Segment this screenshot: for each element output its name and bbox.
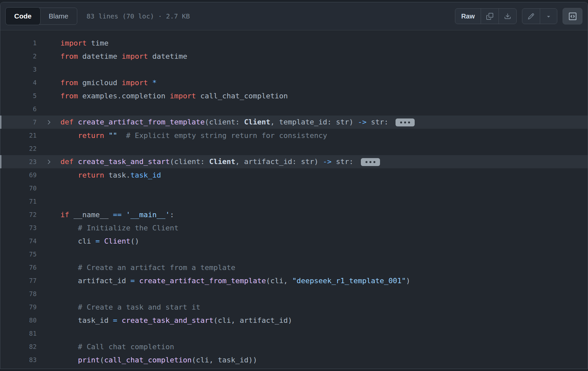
code-text: return task.task_id [60, 171, 161, 179]
code-lines: 1import time2from datetime import dateti… [0, 36, 588, 366]
line-number[interactable]: 72 [0, 211, 37, 218]
file-meta-info: 83 lines (70 loc) · 2.7 KB [86, 12, 190, 20]
code-line: 3 [0, 63, 588, 76]
line-number[interactable]: 78 [0, 290, 37, 297]
code-text: from examples.completion import call_cha… [60, 92, 288, 100]
code-text: cli = Client() [60, 237, 139, 245]
code-text: print(call_chat_completion(cli, task_id)… [60, 356, 257, 364]
line-number[interactable]: 21 [0, 132, 37, 139]
pencil-icon [528, 13, 535, 20]
code-line: 5from examples.completion import call_ch… [0, 89, 588, 102]
code-line: 77 artifact_id = create_artifact_from_te… [0, 274, 588, 287]
edit-dropdown-button[interactable] [540, 9, 557, 24]
code-line: 74 cli = Client() [0, 234, 588, 248]
tab-blame[interactable]: Blame [40, 8, 77, 24]
line-number[interactable]: 80 [0, 317, 37, 324]
code-text: def create_artifact_from_template(client… [60, 118, 415, 126]
tab-code[interactable]: Code [6, 8, 40, 25]
download-button[interactable] [499, 9, 516, 24]
code-line: 75 [0, 248, 588, 261]
line-number[interactable]: 79 [0, 303, 37, 311]
line-number[interactable]: 7 [0, 118, 37, 126]
code-text: def create_task_and_start(client: Client… [60, 157, 380, 166]
line-number[interactable]: 82 [0, 343, 37, 350]
code-area: 1import time2from datetime import dateti… [0, 30, 588, 366]
line-number[interactable]: 23 [0, 158, 37, 165]
line-number[interactable]: 2 [0, 52, 37, 60]
code-line: 23def create_task_and_start(client: Clie… [0, 155, 588, 168]
code-blame-switcher: Code Blame [6, 8, 77, 25]
copy-button[interactable] [481, 9, 499, 24]
expand-collapsed-code-button[interactable] [361, 158, 380, 166]
line-number[interactable]: 73 [0, 224, 37, 231]
code-text: task_id = create_task_and_start(cli, art… [60, 316, 292, 324]
raw-copy-download-group: Raw [455, 8, 517, 24]
code-symbols-icon [569, 13, 576, 20]
code-text: # Create a task and start it [60, 303, 200, 311]
code-line: 1import time [0, 36, 588, 50]
code-line: 22 [0, 142, 588, 155]
line-number[interactable]: 75 [0, 251, 37, 258]
line-number[interactable]: 83 [0, 356, 37, 363]
fold-chevron-icon[interactable] [37, 158, 60, 165]
line-number[interactable]: 5 [0, 92, 37, 99]
code-line: 2from datetime import datetime [0, 50, 588, 63]
code-line: 21 return "" # Explicit empty string ret… [0, 129, 588, 142]
code-line: 72if __name__ == '__main__': [0, 208, 588, 221]
code-line: 78 [0, 287, 588, 300]
code-line: 69 return task.task_id [0, 168, 588, 182]
line-number[interactable]: 1 [0, 39, 37, 47]
code-line: 70 [0, 182, 588, 195]
line-number[interactable]: 77 [0, 277, 37, 284]
line-number[interactable]: 76 [0, 264, 37, 271]
line-number[interactable]: 70 [0, 185, 37, 192]
code-line: 79 # Create a task and start it [0, 300, 588, 314]
symbols-panel-button[interactable] [563, 8, 582, 24]
code-line: 7def create_artifact_from_template(clien… [0, 116, 588, 129]
file-view-container: Code Blame 83 lines (70 loc) · 2.7 KB Ra… [0, 2, 588, 369]
triangle-down-icon [545, 13, 552, 19]
header-actions: Raw [455, 8, 582, 24]
line-number[interactable]: 3 [0, 66, 37, 73]
code-text: return "" # Explicit empty string return… [60, 131, 327, 140]
download-icon [504, 13, 511, 20]
code-line: 80 task_id = create_task_and_start(cli, … [0, 314, 588, 327]
code-text: artifact_id = create_artifact_from_templ… [60, 277, 410, 285]
line-number[interactable]: 69 [0, 171, 37, 179]
line-number[interactable]: 22 [0, 145, 37, 152]
code-line: 83 print(call_chat_completion(cli, task_… [0, 353, 588, 366]
code-text: if __name__ == '__main__': [60, 211, 174, 219]
code-text: # Call chat completion [60, 343, 174, 351]
code-line: 73 # Initialize the Client [0, 221, 588, 234]
code-text: from datetime import datetime [60, 52, 187, 60]
code-text: from gmicloud import * [60, 79, 156, 87]
code-line: 76 # Create an artifact from a template [0, 261, 588, 274]
line-number[interactable]: 74 [0, 237, 37, 245]
code-text: # Create an artifact from a template [60, 263, 235, 272]
line-number[interactable]: 71 [0, 198, 37, 205]
code-text: import time [60, 39, 109, 47]
edit-group [522, 8, 557, 24]
code-text: # Initialize the Client [60, 224, 179, 232]
copy-icon [486, 13, 493, 20]
fold-chevron-icon[interactable] [37, 119, 60, 126]
code-line: 82 # Call chat completion [0, 340, 588, 353]
raw-button[interactable]: Raw [455, 9, 481, 24]
code-line: 4from gmicloud import * [0, 76, 588, 89]
line-number[interactable]: 81 [0, 330, 37, 337]
file-header: Code Blame 83 lines (70 loc) · 2.7 KB Ra… [0, 2, 588, 30]
line-number[interactable]: 6 [0, 105, 37, 113]
code-line: 71 [0, 195, 588, 208]
code-line: 6 [0, 102, 588, 116]
line-number[interactable]: 4 [0, 79, 37, 86]
expand-collapsed-code-button[interactable] [396, 118, 415, 126]
code-line: 81 [0, 327, 588, 340]
edit-button[interactable] [522, 9, 540, 24]
